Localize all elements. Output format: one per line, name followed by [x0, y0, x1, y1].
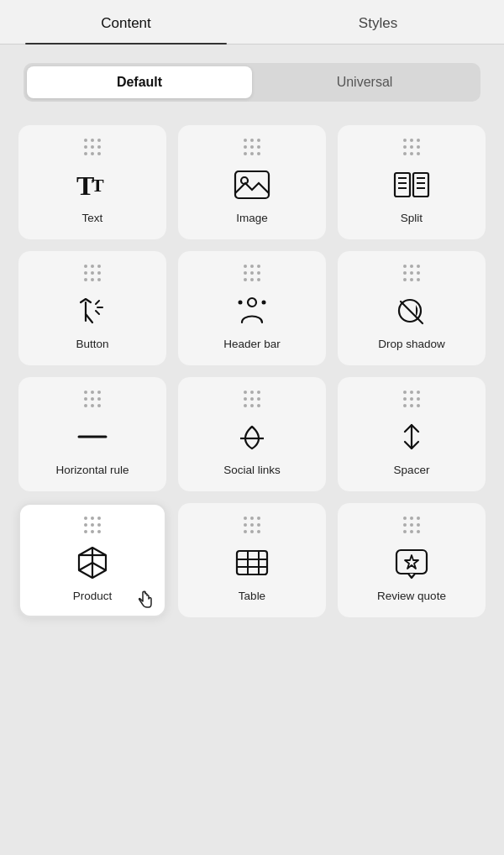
card-split[interactable]: Split [338, 125, 486, 239]
svg-point-17 [248, 298, 256, 307]
card-review-quote-label: Review quote [377, 590, 446, 602]
svg-line-13 [86, 314, 92, 323]
table-icon [234, 544, 270, 581]
card-image-label: Image [236, 212, 268, 224]
card-spacer[interactable]: Spacer [338, 377, 486, 491]
split-icon [393, 166, 430, 203]
drag-handle [244, 517, 261, 534]
drag-handle [244, 265, 261, 282]
drag-handle [403, 265, 421, 282]
toggle-default[interactable]: Default [27, 66, 252, 98]
header-bar-icon [234, 292, 270, 329]
spacer-icon [393, 418, 430, 455]
drag-handle [84, 265, 102, 282]
drag-handle [244, 139, 261, 156]
card-table-label: Table [239, 590, 265, 602]
card-review-quote[interactable]: Review quote [338, 503, 486, 617]
svg-line-16 [96, 311, 99, 314]
card-drop-shadow[interactable]: Drop shadow [338, 251, 486, 365]
horizontal-rule-icon [74, 418, 111, 455]
drag-handle [244, 391, 261, 408]
tab-styles[interactable]: Styles [252, 0, 504, 44]
card-text[interactable]: T T Text [18, 125, 166, 239]
svg-line-28 [79, 563, 92, 570]
card-horizontal-rule[interactable]: Horizontal rule [18, 377, 166, 491]
card-button[interactable]: Button [18, 251, 166, 365]
card-split-label: Split [401, 212, 423, 224]
card-table[interactable]: Table [178, 503, 326, 617]
card-button-label: Button [76, 338, 108, 350]
toggle-universal[interactable]: Universal [252, 66, 477, 98]
card-product[interactable]: Product [18, 503, 166, 617]
review-quote-icon [393, 544, 430, 581]
card-drop-shadow-label: Drop shadow [378, 338, 445, 350]
svg-point-19 [262, 301, 266, 305]
svg-text:T: T [92, 175, 104, 196]
tabs-bar: Content Styles [0, 0, 504, 45]
drag-handle [403, 139, 421, 156]
product-icon [74, 544, 111, 581]
drag-handle [84, 391, 102, 408]
toggle-row: Default Universal [24, 63, 480, 102]
cursor-icon [136, 590, 155, 609]
card-horizontal-rule-label: Horizontal rule [55, 464, 129, 476]
component-grid: T T Text Image [0, 117, 504, 636]
card-spacer-label: Spacer [394, 464, 430, 476]
card-social-links-label: Social links [223, 464, 281, 476]
card-social-links[interactable]: Social links [178, 377, 326, 491]
card-image[interactable]: Image [178, 125, 326, 239]
svg-line-14 [96, 301, 99, 304]
card-header-bar-label: Header bar [223, 338, 281, 350]
svg-line-29 [92, 563, 106, 570]
drop-shadow-icon [393, 292, 430, 329]
card-text-label: Text [82, 212, 103, 224]
card-product-label: Product [73, 590, 113, 602]
drag-handle [84, 139, 102, 156]
card-header-bar[interactable]: Header bar [178, 251, 326, 365]
svg-point-18 [239, 301, 243, 305]
tab-content[interactable]: Content [0, 0, 252, 44]
svg-marker-36 [405, 555, 418, 569]
svg-rect-30 [237, 551, 267, 574]
svg-rect-2 [235, 171, 269, 198]
drag-handle [403, 391, 421, 408]
image-icon [234, 166, 270, 203]
svg-rect-35 [396, 550, 427, 574]
svg-rect-5 [413, 173, 428, 197]
drag-handle [84, 517, 102, 534]
button-icon [74, 292, 111, 329]
drag-handle [403, 517, 421, 534]
svg-rect-4 [395, 173, 410, 197]
social-links-icon [234, 418, 270, 455]
text-icon: T T [74, 166, 111, 203]
